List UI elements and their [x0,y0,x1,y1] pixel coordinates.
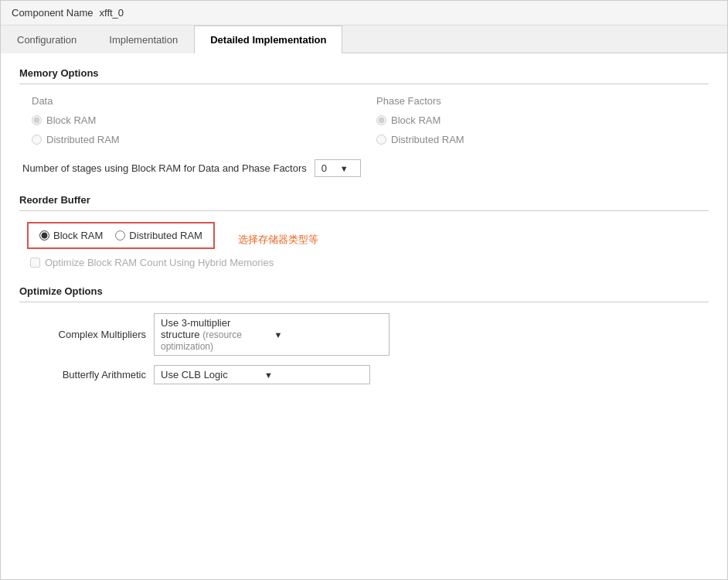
data-radio-group: Block RAM Distributed RAM [32,114,364,145]
tab-detailed-implementation[interactable]: Detailed Implementation [194,26,342,53]
stages-value: 0 [321,162,335,174]
stages-dropdown[interactable]: 0 ▼ [315,159,361,177]
butterfly-arithmetic-value: Use CLB Logic [161,369,260,380]
complex-multipliers-row: Complex Multipliers Use 3-multiplier str… [19,313,709,356]
phase-distributed-ram-option[interactable]: Distributed RAM [376,134,709,145]
reorder-distributed-ram-label: Distributed RAM [129,230,202,241]
main-window: Component Name xfft_0 Configuration Impl… [0,0,728,580]
butterfly-arithmetic-row: Butterfly Arithmetic Use CLB Logic ▼ [19,365,709,384]
phase-radio-group: Block RAM Distributed RAM [376,114,709,145]
reorder-buffer-box: Block RAM Distributed RAM [27,222,215,249]
component-name-value: xfft_0 [100,7,124,19]
reorder-block-ram-label: Block RAM [53,230,103,241]
reorder-distributed-ram-option[interactable]: Distributed RAM [115,230,202,241]
data-block-ram-label: Block RAM [46,114,96,126]
optimize-hybrid-checkbox[interactable] [30,258,40,268]
phase-block-ram-radio[interactable] [376,115,386,125]
data-column: Data Block RAM Distributed RAM [19,95,364,145]
tabs-bar: Configuration Implementation Detailed Im… [1,26,727,53]
complex-multipliers-arrow: ▼ [274,330,383,339]
reorder-buffer-section: Reorder Buffer Block RAM Distributed RAM… [19,194,709,268]
complex-multipliers-dropdown[interactable]: Use 3-multiplier structure (resource opt… [154,313,390,356]
phase-col-label: Phase Factors [376,95,709,107]
optimize-hybrid-row: Optimize Block RAM Count Using Hybrid Me… [19,257,709,268]
data-block-ram-option[interactable]: Block RAM [32,114,364,126]
complex-multipliers-label: Complex Multipliers [22,329,146,340]
reorder-options-row: Block RAM Distributed RAM 选择存储器类型等 [19,222,709,257]
optimize-options-title: Optimize Options [19,285,709,302]
phase-block-ram-label: Block RAM [391,114,441,126]
butterfly-arithmetic-label: Butterfly Arithmetic [22,369,146,380]
memory-columns: Data Block RAM Distributed RAM [19,95,709,145]
content-area: Memory Options Data Block RAM Distribute… [1,53,727,415]
reorder-block-ram-radio[interactable] [39,230,49,241]
memory-options-title: Memory Options [19,67,709,84]
reorder-annotation: 选择存储器类型等 [238,233,318,247]
reorder-block-ram-option[interactable]: Block RAM [39,230,103,241]
phase-block-ram-option[interactable]: Block RAM [376,114,709,126]
stages-dropdown-arrow: ▼ [340,164,354,173]
tab-implementation[interactable]: Implementation [93,26,194,53]
memory-options-section: Memory Options Data Block RAM Distribute… [19,67,709,177]
reorder-buffer-title: Reorder Buffer [19,194,709,211]
data-col-label: Data [32,95,364,107]
optimize-hybrid-label: Optimize Block RAM Count Using Hybrid Me… [45,257,274,268]
component-name-bar: Component Name xfft_0 [1,1,727,26]
butterfly-arithmetic-dropdown[interactable]: Use CLB Logic ▼ [154,365,370,384]
optimize-options-section: Optimize Options Complex Multipliers Use… [19,285,709,384]
phase-column: Phase Factors Block RAM Distributed RAM [364,95,709,145]
reorder-distributed-ram-radio[interactable] [115,230,125,241]
tab-configuration[interactable]: Configuration [1,26,93,53]
data-distributed-ram-option[interactable]: Distributed RAM [32,134,364,145]
complex-multipliers-value: Use 3-multiplier structure (resource opt… [161,317,270,352]
phase-distributed-ram-label: Distributed RAM [391,134,464,145]
stages-row: Number of stages using Block RAM for Dat… [19,159,709,177]
phase-distributed-ram-radio[interactable] [376,135,386,145]
data-distributed-ram-radio[interactable] [32,135,42,145]
data-distributed-ram-label: Distributed RAM [46,134,120,145]
butterfly-arithmetic-arrow: ▼ [264,370,363,380]
component-name-label: Component Name [12,7,94,19]
stages-label: Number of stages using Block RAM for Dat… [22,162,307,174]
data-block-ram-radio[interactable] [32,115,42,125]
